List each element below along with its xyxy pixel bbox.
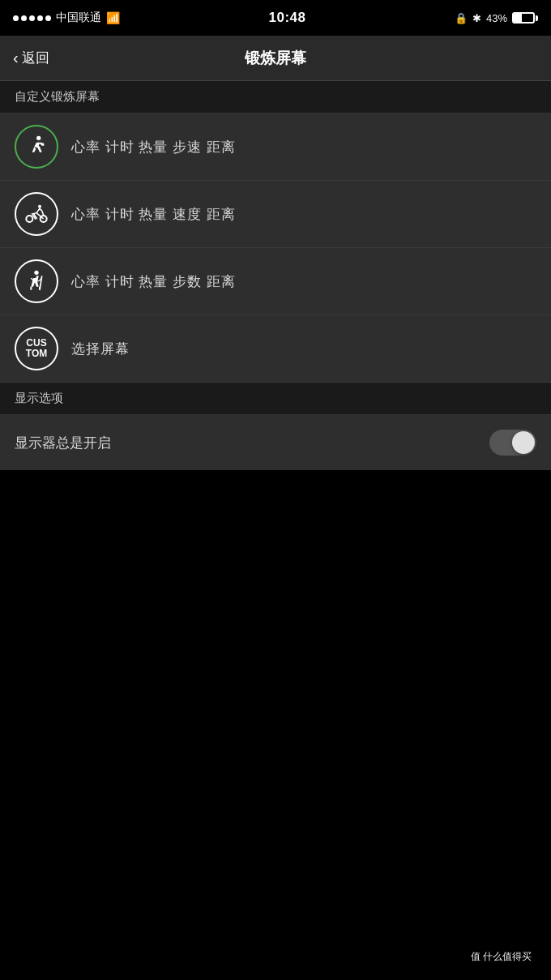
cycling-icon bbox=[15, 192, 58, 236]
status-left: 中国联通 📶 bbox=[13, 11, 120, 25]
toggle-display-always-switch[interactable] bbox=[489, 430, 536, 456]
status-bar: 中国联通 📶 10:48 🔒 ✱ 43% bbox=[0, 0, 551, 36]
battery-icon bbox=[512, 12, 538, 24]
section-header-display: 显示选项 bbox=[0, 383, 551, 415]
watermark: 值 什么值得买 bbox=[464, 947, 538, 967]
svg-point-3 bbox=[38, 205, 41, 208]
time-label: 10:48 bbox=[268, 10, 305, 26]
section-header-label: 自定义锻炼屏幕 bbox=[15, 89, 100, 103]
signal-dots bbox=[13, 15, 51, 21]
status-right: 🔒 ✱ 43% bbox=[455, 12, 538, 24]
toggle-display-always-label: 显示器总是开启 bbox=[15, 434, 111, 452]
svg-point-1 bbox=[26, 216, 32, 222]
carrier-label: 中国联通 bbox=[56, 11, 101, 25]
custom-row-label: 选择屏幕 bbox=[71, 340, 130, 358]
display-section-label: 显示选项 bbox=[15, 391, 63, 404]
running-icon bbox=[15, 125, 58, 169]
battery-percent: 43% bbox=[486, 12, 507, 24]
running-row-label: 心率 计时 热量 步速 距离 bbox=[71, 138, 236, 156]
wifi-icon: 📶 bbox=[106, 11, 120, 24]
list-item-hiking[interactable]: 心率 计时 热量 步数 距离 bbox=[0, 248, 551, 315]
svg-point-4 bbox=[34, 271, 38, 275]
hiking-row-label: 心率 计时 热量 步数 距离 bbox=[71, 272, 236, 291]
bluetooth-icon: ✱ bbox=[472, 12, 481, 24]
toggle-knob bbox=[512, 431, 535, 454]
watermark-text: 值 什么值得买 bbox=[471, 951, 532, 962]
list-item-custom[interactable]: CUS TOM 选择屏幕 bbox=[0, 315, 551, 383]
custom-icon-text2: TOM bbox=[26, 349, 47, 359]
back-label: 返回 bbox=[22, 49, 49, 67]
empty-area bbox=[0, 470, 551, 875]
cycling-row-label: 心率 计时 热量 速度 距离 bbox=[71, 205, 236, 224]
svg-point-0 bbox=[36, 136, 41, 140]
section-header-custom: 自定义锻炼屏幕 bbox=[0, 81, 551, 113]
back-button[interactable]: ‹ 返回 bbox=[13, 49, 49, 67]
list-item-running[interactable]: 心率 计时 热量 步速 距离 bbox=[0, 113, 551, 181]
lock-icon: 🔒 bbox=[455, 12, 468, 24]
toggle-row-display-always[interactable]: 显示器总是开启 bbox=[0, 415, 551, 470]
hiking-icon bbox=[15, 259, 58, 303]
nav-bar: ‹ 返回 锻炼屏幕 bbox=[0, 36, 551, 81]
list-item-cycling[interactable]: 心率 计时 热量 速度 距离 bbox=[0, 181, 551, 248]
page-title: 锻炼屏幕 bbox=[245, 48, 306, 69]
custom-icon: CUS TOM bbox=[15, 327, 58, 370]
svg-line-7 bbox=[40, 276, 42, 289]
chevron-left-icon: ‹ bbox=[13, 49, 19, 67]
